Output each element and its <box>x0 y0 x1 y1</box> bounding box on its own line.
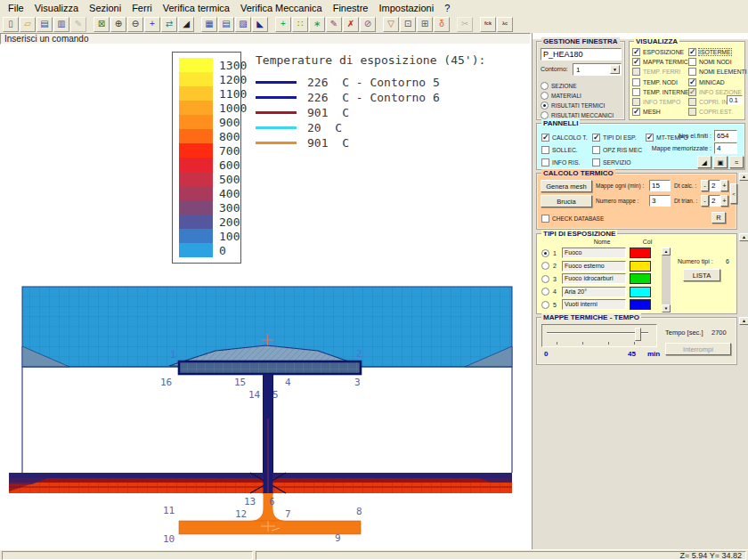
menu-visualizza[interactable]: Visualizza <box>29 2 84 14</box>
copri-int-input[interactable]: 0.1 <box>727 95 743 105</box>
menu-finestre[interactable]: Finestre <box>328 2 374 14</box>
tipi-scrollbar[interactable]: ▲ ▼ <box>662 248 671 312</box>
exposure-radio[interactable] <box>541 249 549 257</box>
brucia-button[interactable]: Brucia <box>541 195 592 207</box>
calcolo-collapse-button[interactable]: ▲ <box>739 173 748 181</box>
formula-lambda-button[interactable]: λc <box>497 17 513 32</box>
formula-fck-button[interactable]: fck <box>480 17 496 32</box>
edit-points-button[interactable]: ✎ <box>326 17 342 32</box>
exposure-type-row[interactable]: 1Fuoco <box>537 247 662 260</box>
save-as-button[interactable]: ▥ <box>53 17 69 32</box>
dt-calc-minus-button[interactable]: - <box>701 180 709 191</box>
exposure-type-row[interactable]: 4Aria 20° <box>537 286 662 299</box>
drawing-canvas[interactable]: 1300120011001000900800700600500400300200… <box>0 45 532 549</box>
radio-risultati-termici[interactable]: RISULTATI TERMICI <box>541 101 605 110</box>
snapshot-button[interactable]: ▣ <box>713 156 728 168</box>
exposure-radio[interactable] <box>541 301 549 309</box>
check-minicad[interactable]: MINICAD <box>688 77 747 87</box>
zoom-out-button[interactable]: ⊖ <box>127 17 143 32</box>
scroll-down-icon[interactable]: ▼ <box>662 304 671 312</box>
plot-button[interactable]: ≈ <box>729 156 744 168</box>
mappe-ogni-input[interactable]: 15 <box>649 180 671 191</box>
collapse-left-button[interactable]: < <box>730 183 737 204</box>
lista-button[interactable]: LISTA <box>683 269 720 281</box>
add-node-button[interactable]: + <box>275 17 291 32</box>
command-input[interactable]: Inserisci un comando <box>0 33 531 45</box>
check-calcolo-t[interactable]: CALCOLO T. <box>541 131 588 143</box>
radio-risultati-meccanici[interactable]: RISULTATI MECCANICI <box>541 111 614 119</box>
dt-calc-plus-button[interactable]: + <box>720 180 728 191</box>
check-nomi-elementi[interactable]: NOMI ELEMENTI <box>688 67 747 77</box>
time-slider[interactable] <box>541 324 657 347</box>
check-esposizione[interactable]: ESPOSIZIONE <box>632 47 692 57</box>
tipi-collapse-button[interactable]: ▲ <box>739 233 748 241</box>
exposure-color-swatch[interactable] <box>630 261 651 272</box>
check-servizio[interactable]: SERVIZIO <box>592 156 642 168</box>
map-nodes-button[interactable]: ▤ <box>218 17 234 32</box>
pan-button[interactable]: + <box>144 17 160 32</box>
refresh-button[interactable]: ⇄ <box>161 17 177 32</box>
check-sollec[interactable]: SOLLEC. <box>541 143 588 156</box>
radio-materiali[interactable]: MATERIALI <box>541 92 581 100</box>
map-elements-button[interactable]: ▨ <box>235 17 251 32</box>
exposure-color-swatch[interactable] <box>630 287 651 297</box>
exposure-type-row[interactable]: 3Fuoco idrocarburi <box>537 272 662 286</box>
menu-impostazioni[interactable]: Impostazioni <box>373 2 439 14</box>
options-check-button[interactable]: ⊡ <box>400 17 416 32</box>
check-info-ris[interactable]: INFO RIS. <box>541 156 588 168</box>
r-button[interactable]: R <box>711 212 726 223</box>
contorno-select[interactable]: 1 ▼ <box>573 63 622 76</box>
open-folder-button[interactable]: ▱ <box>20 17 36 32</box>
exposure-name-field[interactable]: Aria 20° <box>562 287 626 297</box>
check-isoterme[interactable]: ISOTERME <box>688 47 747 57</box>
menu-help[interactable]: ? <box>439 2 455 14</box>
check-temp-nodi[interactable]: TEMP. NODI <box>632 77 692 87</box>
exposure-type-row[interactable]: 5Vuoti interni <box>537 298 662 312</box>
menu-sezioni[interactable]: Sezioni <box>84 2 126 14</box>
add-points-button[interactable]: ∷ <box>292 17 308 32</box>
menu-verifica-meccanica[interactable]: Verifica Meccanica <box>235 2 328 14</box>
chevron-down-icon[interactable]: ▼ <box>610 65 620 74</box>
map-mesh-button[interactable]: ▦ <box>201 17 217 32</box>
exposure-radio[interactable] <box>541 262 549 270</box>
zoom-in-button[interactable]: ⊕ <box>110 17 126 32</box>
exposure-radio[interactable] <box>541 275 549 283</box>
check-temp-interne[interactable]: TEMP. INTERNE <box>632 87 692 97</box>
new-file-button[interactable]: ▯ <box>3 17 19 32</box>
move-points-button[interactable]: ⊘ <box>360 17 376 32</box>
exposure-color-swatch[interactable] <box>630 248 651 258</box>
exposure-name-field[interactable]: Fuoco esterno <box>562 261 626 272</box>
delete-points-button[interactable]: ✗ <box>343 17 359 32</box>
exposure-name-field[interactable]: Vuoti interni <box>562 299 626 310</box>
exposure-color-swatch[interactable] <box>630 273 651 284</box>
menu-file[interactable]: File <box>3 2 29 14</box>
render-button[interactable]: ◢ <box>697 156 711 168</box>
menu-verifica-termica[interactable]: Verifica termica <box>158 2 235 14</box>
table-grid-button[interactable]: ⊞ <box>417 17 433 32</box>
exposure-name-field[interactable]: Fuoco <box>562 248 626 258</box>
check-tipi-di-esp[interactable]: TIPI DI ESP. <box>592 131 642 143</box>
radio-sezione[interactable]: SEZIONE <box>541 82 577 90</box>
finestra-name-input[interactable] <box>541 48 622 61</box>
map-fill-button[interactable]: ◣ <box>252 17 268 32</box>
edit-sheet-button[interactable]: ✎ <box>70 17 86 32</box>
numero-mappe-input[interactable]: 3 <box>649 195 671 207</box>
dt-trian-plus-button[interactable]: + <box>720 195 728 207</box>
shade-button[interactable]: ◢ <box>178 17 194 32</box>
check-database[interactable]: CHECK DATABASE <box>541 214 604 223</box>
exposure-radio[interactable] <box>541 288 549 296</box>
check-mappa-termica[interactable]: MAPPA TERMICA <box>632 57 692 67</box>
genera-mesh-button[interactable]: Genera mesh <box>541 180 592 192</box>
mappe-collapse-button[interactable]: ▲ <box>739 317 748 325</box>
zoom-extents-button[interactable]: ⊠ <box>94 17 110 32</box>
exposure-type-row[interactable]: 2Fuoco esterno <box>537 260 662 273</box>
exposure-color-swatch[interactable] <box>630 299 651 310</box>
check-opz-ris-mec[interactable]: OPZ RIS MEC <box>592 143 642 156</box>
save-button[interactable]: ▤ <box>37 17 53 32</box>
check-mesh[interactable]: MESH <box>632 107 692 117</box>
check-nomi-nodi[interactable]: NOMI NODI <box>688 57 747 67</box>
scroll-up-icon[interactable]: ▲ <box>662 248 671 256</box>
slider-thumb[interactable] <box>635 328 641 341</box>
material-bucket-button[interactable]: ▽ <box>383 17 399 32</box>
dt-trian-minus-button[interactable]: - <box>701 195 709 207</box>
